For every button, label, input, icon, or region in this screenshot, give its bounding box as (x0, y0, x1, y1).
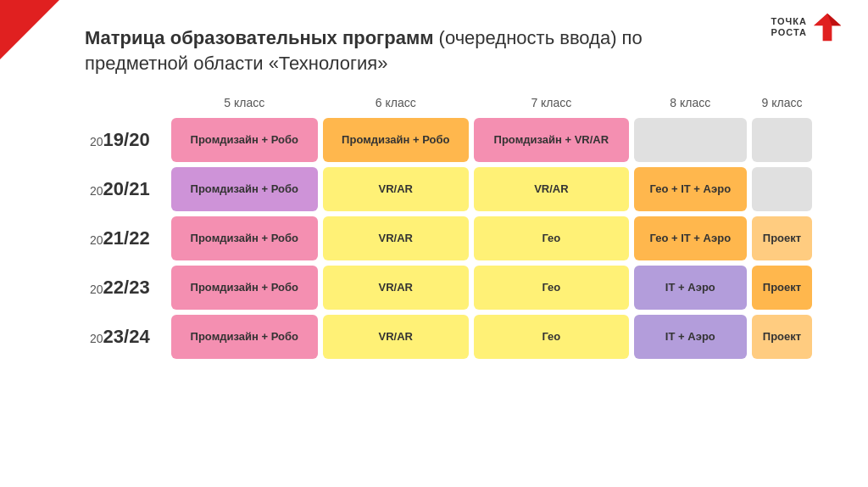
cell-r3-c2: Гео (474, 266, 629, 310)
cell-r0-c4 (752, 118, 812, 162)
row-header-0: 2019/20 (90, 118, 166, 162)
page: ТОЧКА РОСТА Матрица образовательных прог… (0, 0, 868, 487)
row-header-3: 2022/23 (90, 266, 166, 310)
logo-icon (812, 12, 843, 42)
cell-r4-c0: Промдизайн + Робо (171, 315, 318, 359)
cell-r1-c4 (752, 167, 812, 211)
col-header-9: 9 класс (752, 96, 812, 113)
cell-r3-c3: IT + Аэро (634, 266, 747, 310)
cell-r0-c1: Промдизайн + Робо (323, 118, 470, 162)
col-header-6: 6 класс (323, 96, 470, 113)
cell-r2-c0: Промдизайн + Робо (171, 216, 318, 260)
corner-decoration (0, 0, 59, 59)
logo-text: ТОЧКА РОСТА (771, 16, 807, 38)
svg-marker-0 (814, 14, 841, 41)
cell-r1-c3: Гео + IT + Аэро (634, 167, 747, 211)
row-header-4: 2023/24 (90, 315, 166, 359)
cell-r2-c3: Гео + IT + Аэро (634, 216, 747, 260)
cell-r3-c4: Проект (752, 266, 812, 310)
cell-r4-c4: Проект (752, 315, 812, 359)
cell-r4-c1: VR/AR (323, 315, 470, 359)
row-header-2: 2021/22 (90, 216, 166, 260)
cell-r2-c4: Проект (752, 216, 812, 260)
header: Матрица образовательных программ (очеред… (34, 17, 834, 76)
cell-r4-c3: IT + Аэро (634, 315, 747, 359)
page-title: Матрица образовательных программ (очеред… (85, 25, 732, 76)
cell-r0-c2: Промдизайн + VR/AR (474, 118, 629, 162)
title-bold: Матрица образовательных программ (85, 27, 433, 48)
cell-r3-c0: Промдизайн + Робо (171, 266, 318, 310)
cell-r0-c3 (634, 118, 747, 162)
col-header-8: 8 класс (634, 96, 747, 113)
cell-r3-c1: VR/AR (323, 266, 470, 310)
row-header-1: 2020/21 (90, 167, 166, 211)
cell-r1-c2: VR/AR (474, 167, 629, 211)
cell-r1-c1: VR/AR (323, 167, 470, 211)
col-header-7: 7 класс (474, 96, 629, 113)
cell-r2-c2: Гео (474, 216, 629, 260)
cell-r2-c1: VR/AR (323, 216, 470, 260)
logo-area: ТОЧКА РОСТА (771, 12, 843, 42)
cell-r1-c0: Промдизайн + Робо (171, 167, 318, 211)
cell-r0-c0: Промдизайн + Робо (171, 118, 318, 162)
cell-r4-c2: Гео (474, 315, 629, 359)
matrix-table: 5 класс 6 класс 7 класс 8 класс 9 класс … (85, 91, 817, 364)
matrix-container: 5 класс 6 класс 7 класс 8 класс 9 класс … (34, 91, 834, 364)
col-header-5: 5 класс (171, 96, 318, 113)
